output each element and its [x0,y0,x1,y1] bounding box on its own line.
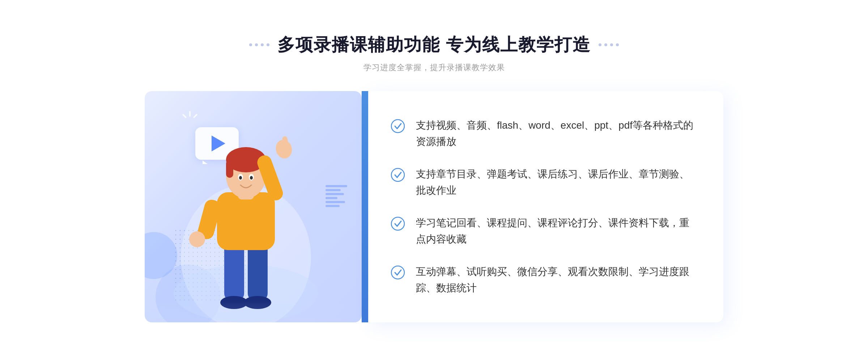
svg-point-22 [391,217,404,230]
svg-point-21 [391,168,404,181]
feature-text-4: 互动弹幕、试听购买、微信分享、观看次数限制、学习进度跟踪、数据统计 [416,264,694,296]
svg-point-20 [391,120,404,133]
right-dots-decoration [598,43,620,46]
svg-point-19 [189,231,205,247]
svg-point-13 [239,176,242,180]
title-row: 多项录播课辅助功能 专为线上教学打造 [248,33,619,56]
page-wrapper: 多项录播课辅助功能 专为线上教学打造 学习进度全掌握，提升录播课教学效果 » [0,19,868,333]
feature-item-3: 学习笔记回看、课程提问、课程评论打分、课件资料下载，重点内容收藏 [391,209,694,254]
feature-text-1: 支持视频、音频、flash、word、excel、ppt、pdf等各种格式的资源… [416,117,694,150]
svg-rect-3 [248,243,268,301]
feature-item-1: 支持视频、音频、flash、word、excel、ppt、pdf等各种格式的资源… [391,111,694,156]
person-illustration [163,113,344,322]
svg-rect-6 [217,192,275,250]
check-icon-1 [391,119,405,133]
svg-point-23 [391,266,404,279]
header: 多项录播课辅助功能 专为线上教学打造 学习进度全掌握，提升录播课教学效果 [248,33,619,73]
check-icon-2 [391,168,405,182]
page-title: 多项录播课辅助功能 专为线上教学打造 [277,33,590,56]
accent-bar [362,91,368,322]
svg-rect-10 [226,160,233,178]
illustration-panel [145,91,362,322]
feature-text-2: 支持章节目录、弹题考试、课后练习、课后作业、章节测验、批改作业 [416,166,694,199]
features-panel: 支持视频、音频、flash、word、excel、ppt、pdf等各种格式的资源… [362,91,723,322]
page-subtitle: 学习进度全掌握，提升录播课教学效果 [363,62,505,73]
left-dots-decoration [248,43,270,46]
feature-item-2: 支持章节目录、弹题考试、课后练习、课后作业、章节测验、批改作业 [391,160,694,205]
bottom-fade [145,301,362,322]
check-icon-4 [391,265,405,280]
content-area: » [145,91,723,322]
check-icon-3 [391,216,405,231]
feature-item-4: 互动弹幕、试听购买、微信分享、观看次数限制、学习进度跟踪、数据统计 [391,257,694,303]
svg-rect-2 [224,243,244,301]
feature-text-3: 学习笔记回看、课程提问、课程评论打分、课件资料下载，重点内容收藏 [416,215,694,248]
svg-point-14 [250,176,253,180]
